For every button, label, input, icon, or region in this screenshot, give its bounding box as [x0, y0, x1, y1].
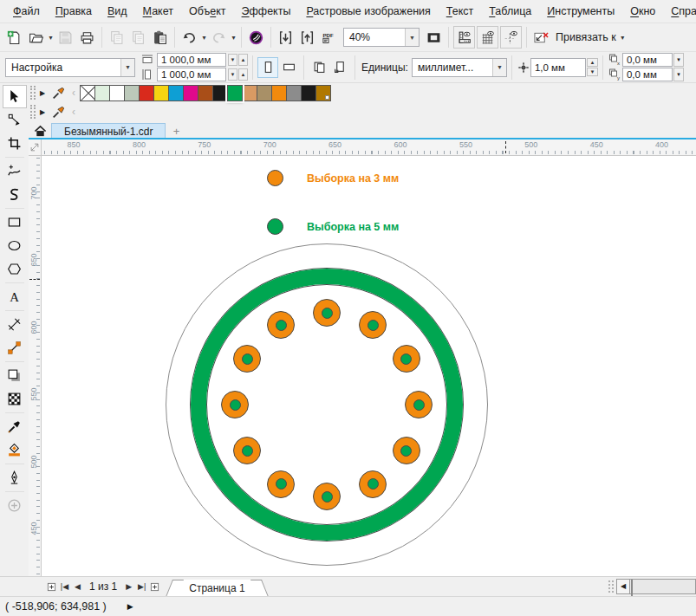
- palette-scroll-left-icon[interactable]: ‹: [68, 106, 80, 118]
- show-rulers-button[interactable]: [453, 26, 475, 49]
- chevron-down-icon[interactable]: ▼: [673, 68, 684, 81]
- hole-3mm[interactable]: [359, 470, 387, 498]
- page-height-decrease-button[interactable]: ▼: [228, 68, 237, 81]
- scrollbar-grip[interactable]: [608, 580, 614, 593]
- hole-3mm[interactable]: [359, 311, 387, 339]
- nudge-increase-button[interactable]: ▲: [587, 58, 598, 67]
- text-tool[interactable]: A: [3, 285, 27, 308]
- landscape-orientation-button[interactable]: [278, 57, 299, 78]
- legend-item-3mm[interactable]: Выборка на 3 мм: [267, 170, 399, 186]
- first-page-button[interactable]: |◀: [58, 580, 71, 593]
- menu-text[interactable]: Текст: [439, 2, 481, 21]
- menu-tools[interactable]: Инструменты: [539, 2, 622, 21]
- outline-pen-tool[interactable]: [3, 466, 27, 490]
- portrait-orientation-button[interactable]: [257, 57, 278, 78]
- next-page-button[interactable]: ▶: [122, 580, 135, 593]
- page-tab[interactable]: Страница 1: [173, 580, 260, 597]
- palette-flyout-icon[interactable]: ▶: [40, 108, 50, 116]
- hole-3mm[interactable]: [393, 345, 420, 373]
- last-page-button[interactable]: ▶|: [135, 580, 148, 593]
- hole-3mm[interactable]: [405, 391, 433, 418]
- chevron-down-icon[interactable]: ▼: [405, 29, 419, 46]
- hole-3mm[interactable]: [233, 437, 261, 464]
- chevron-down-icon[interactable]: ▼: [492, 59, 506, 76]
- color-swatch-7[interactable]: [183, 85, 198, 101]
- eyedropper-icon[interactable]: [52, 86, 66, 100]
- hole-3mm[interactable]: [233, 345, 261, 373]
- artistic-media-tool[interactable]: [3, 183, 27, 206]
- color-swatch-13[interactable]: [271, 85, 287, 101]
- horizontal-scrollbar[interactable]: ◀: [608, 576, 696, 596]
- page-width-decrease-button[interactable]: ▼: [228, 54, 237, 66]
- undo-button[interactable]: [179, 26, 200, 49]
- menu-edit[interactable]: Правка: [48, 2, 100, 21]
- color-swatch-16[interactable]: [315, 85, 331, 101]
- menu-file[interactable]: Файл: [5, 2, 48, 21]
- parallel-dimension-tool[interactable]: [3, 313, 27, 336]
- export-button[interactable]: [296, 26, 318, 49]
- menu-view[interactable]: Вид: [100, 2, 135, 21]
- zoom-levels-combo[interactable]: 40%▼: [343, 28, 420, 47]
- chevron-down-icon[interactable]: ▾: [230, 34, 237, 42]
- palette-flyout-icon[interactable]: ▶: [40, 89, 50, 97]
- crop-tool[interactable]: [3, 132, 27, 155]
- ellipse-tool[interactable]: [3, 234, 27, 257]
- drop-shadow-tool[interactable]: [3, 364, 27, 387]
- pick-tool[interactable]: [3, 85, 27, 108]
- color-swatch-10[interactable]: [227, 85, 243, 101]
- eyedropper-icon[interactable]: [52, 105, 66, 119]
- page-preset-combo[interactable]: Настройка ▼: [5, 58, 135, 77]
- all-pages-button[interactable]: [309, 57, 329, 78]
- color-swatch-12[interactable]: [257, 85, 272, 101]
- hole-3mm[interactable]: [267, 311, 295, 339]
- color-swatch-6[interactable]: [168, 85, 184, 101]
- palette-scroll-left-icon[interactable]: ‹: [68, 87, 80, 99]
- page-width-field[interactable]: 1 000,0 мм: [157, 53, 226, 67]
- new-document-button[interactable]: [3, 26, 25, 49]
- color-eyedropper-tool[interactable]: [3, 415, 27, 438]
- palette-drag-handle[interactable]: [30, 105, 36, 119]
- freehand-tool[interactable]: [3, 159, 27, 183]
- color-swatch-9[interactable]: [212, 85, 228, 101]
- rectangle-tool[interactable]: [3, 211, 27, 234]
- color-swatch-2[interactable]: [109, 85, 125, 101]
- status-flyout-icon[interactable]: ▶: [127, 602, 133, 611]
- page-width-increase-button[interactable]: ▲: [238, 54, 248, 66]
- color-swatch-none[interactable]: [80, 85, 95, 101]
- page-height-increase-button[interactable]: ▲: [238, 68, 248, 81]
- color-swatch-8[interactable]: [198, 85, 213, 101]
- hole-3mm[interactable]: [393, 437, 420, 464]
- add-page-after-button[interactable]: [148, 580, 161, 593]
- open-document-button[interactable]: [25, 26, 47, 49]
- color-swatch-15[interactable]: [301, 85, 316, 101]
- transparency-tool[interactable]: [3, 387, 27, 411]
- publish-pdf-button[interactable]: PDF: [318, 26, 340, 49]
- menu-effects[interactable]: Эффекты: [234, 2, 299, 21]
- show-guidelines-button[interactable]: [500, 26, 522, 49]
- scrollbar-track[interactable]: [630, 579, 696, 594]
- duplicate-distance-x-field[interactable]: 0,0 мм: [622, 53, 673, 67]
- color-swatch-3[interactable]: [124, 85, 140, 101]
- connector-tool[interactable]: [3, 336, 27, 360]
- menu-layout[interactable]: Макет: [135, 2, 181, 21]
- units-combo[interactable]: миллимет... ▼: [412, 58, 507, 77]
- import-button[interactable]: [275, 26, 296, 49]
- print-document-button[interactable]: [76, 26, 98, 49]
- menu-help[interactable]: Справка: [663, 2, 696, 21]
- vertical-ruler[interactable]: 700650600550500450: [29, 156, 42, 576]
- duplicate-distance-y-field[interactable]: 0,0 мм: [622, 68, 673, 81]
- nudge-distance-field[interactable]: 1,0 мм: [530, 58, 586, 77]
- current-page-button[interactable]: [329, 57, 350, 78]
- add-tool-tool[interactable]: [3, 494, 27, 517]
- menu-object[interactable]: Объект: [181, 2, 234, 21]
- hole-3mm[interactable]: [313, 299, 341, 327]
- polygon-tool[interactable]: [3, 257, 27, 281]
- welcome-screen-button[interactable]: [245, 26, 267, 49]
- scroll-left-button[interactable]: ◀: [616, 579, 630, 594]
- snap-off-button[interactable]: [530, 26, 552, 49]
- horizontal-ruler[interactable]: 850800750700650600550500450400: [42, 139, 696, 156]
- full-screen-preview-button[interactable]: [423, 26, 445, 49]
- ruler-origin-icon[interactable]: [29, 139, 42, 156]
- color-swatch-1[interactable]: [94, 85, 110, 101]
- color-swatch-14[interactable]: [286, 85, 302, 101]
